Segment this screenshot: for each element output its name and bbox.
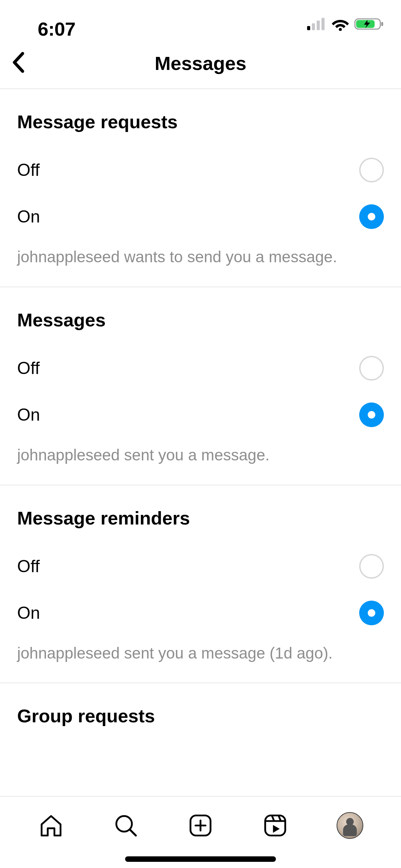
search-icon	[112, 812, 139, 839]
section-group-requests: Group requests	[0, 683, 401, 730]
section-message-requests: Message requests Off On johnappleseed wa…	[0, 89, 401, 287]
home-indicator	[125, 856, 276, 862]
option-row-on[interactable]: On	[17, 579, 384, 625]
status-bar: 6:07	[0, 0, 401, 38]
nav-bar: Messages	[0, 38, 401, 89]
status-time: 6:07	[38, 18, 75, 40]
option-row-off[interactable]: Off	[17, 334, 384, 381]
tab-profile[interactable]	[335, 810, 365, 841]
radio-off[interactable]	[359, 158, 384, 182]
section-desc: johnappleseed sent you a message (1d ago…	[17, 625, 384, 664]
option-label: On	[17, 603, 40, 623]
section-title: Messages	[17, 287, 384, 334]
tab-reels[interactable]	[260, 810, 291, 841]
svg-rect-13	[265, 816, 285, 836]
radio-on[interactable]	[359, 204, 384, 229]
option-label: Off	[17, 160, 40, 180]
plus-square-icon	[187, 812, 214, 839]
tab-bar	[0, 796, 401, 854]
option-label: On	[17, 405, 40, 425]
svg-line-9	[130, 830, 136, 835]
battery-charging-icon	[354, 17, 384, 31]
radio-off[interactable]	[359, 554, 384, 579]
svg-rect-7	[381, 22, 383, 26]
radio-on[interactable]	[359, 601, 384, 625]
svg-rect-0	[307, 26, 310, 30]
radio-on[interactable]	[359, 402, 384, 427]
svg-point-4	[339, 28, 342, 31]
status-right	[307, 17, 384, 31]
wifi-icon	[331, 17, 350, 31]
option-row-off[interactable]: Off	[17, 136, 384, 182]
radio-off[interactable]	[359, 356, 384, 381]
reels-icon	[262, 812, 289, 839]
content: Message requests Off On johnappleseed wa…	[0, 89, 401, 796]
home-icon	[38, 812, 64, 839]
section-desc: johnappleseed sent you a message.	[17, 427, 384, 466]
option-row-on[interactable]: On	[17, 182, 384, 229]
section-desc: johnappleseed wants to send you a messag…	[17, 229, 384, 267]
section-message-reminders: Message reminders Off On johnappleseed s…	[0, 485, 401, 684]
page-title: Messages	[155, 52, 246, 74]
svg-rect-3	[321, 18, 325, 30]
back-button[interactable]	[10, 50, 27, 76]
svg-rect-1	[312, 23, 315, 30]
tab-new-post[interactable]	[185, 810, 216, 841]
section-title: Group requests	[17, 683, 384, 730]
section-title: Message requests	[17, 89, 384, 136]
section-messages: Messages Off On johnappleseed sent you a…	[0, 287, 401, 485]
svg-rect-2	[317, 21, 320, 30]
chevron-left-icon	[10, 50, 27, 75]
option-row-off[interactable]: Off	[17, 532, 384, 579]
tab-search[interactable]	[110, 810, 141, 841]
option-label: On	[17, 207, 40, 227]
option-label: Off	[17, 556, 40, 576]
option-row-on[interactable]: On	[17, 381, 384, 427]
tab-home[interactable]	[36, 810, 66, 841]
option-label: Off	[17, 358, 40, 378]
signal-icon	[307, 18, 326, 30]
avatar	[337, 812, 363, 839]
section-title: Message reminders	[17, 485, 384, 532]
